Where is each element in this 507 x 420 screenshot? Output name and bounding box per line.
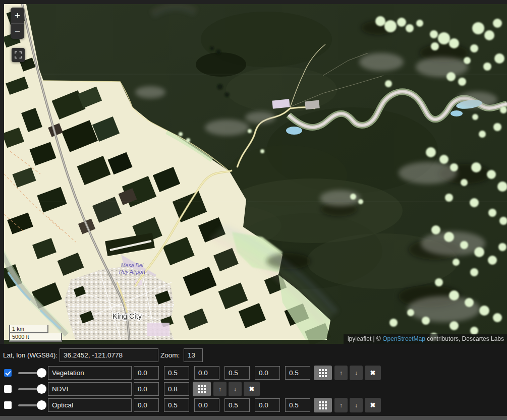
scale-min-input[interactable]	[255, 398, 280, 412]
scale-min-input[interactable]	[255, 366, 280, 380]
move-layer-down-button[interactable]: ↓	[229, 382, 242, 396]
colormap-button[interactable]	[314, 398, 332, 412]
remove-layer-button[interactable]: ✖	[365, 398, 381, 412]
slider-thumb[interactable]	[37, 400, 46, 410]
scale-max-input[interactable]	[285, 398, 310, 412]
scale-max-input[interactable]	[224, 398, 250, 412]
latlon-input[interactable]	[60, 348, 158, 362]
layer-row-vegetation: ↑ ↓ ✖	[0, 366, 507, 380]
colormap-button[interactable]	[193, 382, 211, 396]
zoom-in-button[interactable]: +	[11, 8, 24, 24]
grid-icon	[198, 385, 206, 393]
app-window: Mesa Del Rey Airport King City + − 1 km …	[0, 0, 507, 420]
move-layer-up-button[interactable]: ↑	[334, 366, 348, 380]
slider-thumb[interactable]	[37, 368, 46, 378]
layer-opacity-slider[interactable]	[18, 368, 46, 378]
attribution: ipyleaflet | © OpenStreetMap contributor…	[344, 334, 507, 344]
coordinates-row: Lat, lon (WGS84): Zoom:	[0, 348, 507, 362]
scale-control: 1 km 5000 ft	[9, 325, 62, 342]
king-city-label: King City	[112, 312, 142, 320]
move-layer-up-button[interactable]: ↑	[334, 398, 348, 412]
scale-max-input[interactable]	[285, 366, 310, 380]
layer-visibility-checkbox[interactable]	[4, 385, 12, 393]
move-layer-down-button[interactable]: ↓	[350, 366, 363, 380]
layer-row-optical: ↑ ↓ ✖	[0, 398, 507, 412]
layer-opacity-slider[interactable]	[18, 384, 46, 394]
layer-name-input[interactable]	[48, 382, 132, 396]
zoom-label: Zoom:	[160, 348, 180, 362]
scale-metric: 1 km	[9, 325, 48, 334]
remove-layer-button[interactable]: ✖	[244, 382, 260, 396]
remove-layer-button[interactable]: ✖	[365, 366, 381, 380]
latlon-label: Lat, lon (WGS84):	[3, 348, 58, 362]
move-layer-up-button[interactable]: ↑	[213, 382, 227, 396]
fullscreen-icon	[14, 51, 22, 59]
zoom-out-button[interactable]: −	[11, 24, 24, 39]
airport-label-line1: Mesa Del	[121, 262, 144, 268]
attribution-prefix: ipyleaflet | ©	[348, 335, 382, 342]
scale-min-input[interactable]	[194, 398, 219, 412]
grid-icon	[319, 401, 327, 409]
scale-max-input[interactable]	[224, 366, 250, 380]
layer-visibility-checkbox[interactable]	[4, 401, 12, 409]
scale-imperial: 5000 ft	[9, 333, 62, 342]
scale-min-input[interactable]	[134, 366, 159, 380]
airport-label-line2: Rey Airport	[119, 269, 146, 275]
move-layer-down-button[interactable]: ↓	[350, 398, 363, 412]
scale-max-input[interactable]	[164, 366, 189, 380]
layer-row-ndvi: ↑ ↓ ✖	[0, 382, 507, 396]
layer-visibility-checkbox[interactable]	[4, 369, 12, 377]
scale-min-input[interactable]	[134, 382, 159, 396]
fullscreen-button[interactable]	[12, 48, 25, 62]
scale-max-input[interactable]	[164, 398, 189, 412]
layer-name-input[interactable]	[48, 398, 132, 412]
layer-opacity-slider[interactable]	[18, 400, 46, 410]
layer-name-input[interactable]	[48, 366, 132, 380]
layer-control-panel: Lat, lon (WGS84): Zoom:	[0, 344, 507, 416]
grid-icon	[319, 369, 327, 377]
scale-min-input[interactable]	[134, 398, 159, 412]
satellite-imagery: Mesa Del Rey Airport King City	[4, 4, 507, 344]
slider-thumb[interactable]	[37, 384, 46, 394]
zoom-control: + −	[11, 8, 24, 39]
map-canvas[interactable]: Mesa Del Rey Airport King City + − 1 km …	[4, 4, 507, 344]
scale-min-input[interactable]	[194, 366, 219, 380]
colormap-button[interactable]	[314, 366, 332, 380]
openstreetmap-link[interactable]: OpenStreetMap	[382, 335, 425, 342]
bottom-scrollbar[interactable]	[0, 416, 507, 420]
scale-max-input[interactable]	[164, 382, 189, 396]
attribution-suffix: contributors, Descartes Labs	[425, 335, 504, 342]
zoom-input[interactable]	[184, 348, 203, 362]
